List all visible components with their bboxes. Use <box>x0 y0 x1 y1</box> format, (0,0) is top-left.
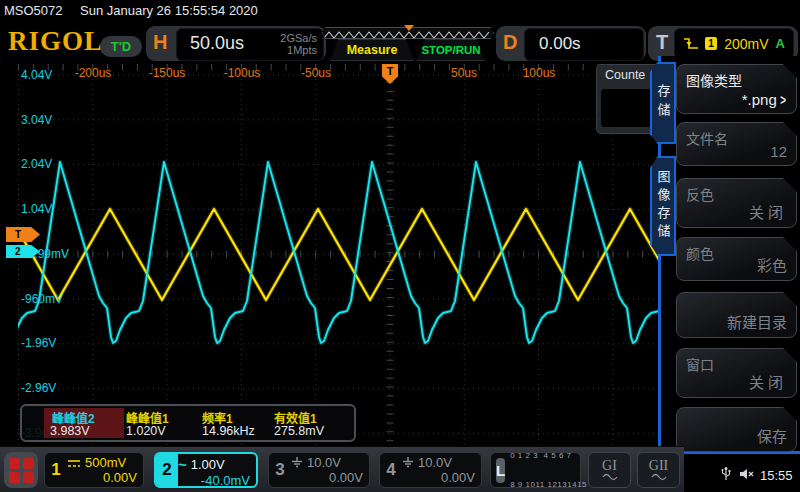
acquisition-info: 2GSa/s 1Mpts <box>280 32 317 56</box>
menu-item-value: 12 <box>770 143 787 160</box>
chevron-right-icon: > <box>780 92 786 108</box>
menu-item-value: 彩色 <box>757 254 787 275</box>
channel-bar: 1 500mV 0.00V 2 ~ 1.00V -40.0mV 3 <box>0 446 684 492</box>
delay-box[interactable]: 0.00s <box>524 28 644 61</box>
sample-rate: 2GSa/s <box>280 32 317 44</box>
volt-label: 2.04V <box>21 157 52 170</box>
oscilloscope-screen: { "statusbar": {"model": "MSO5072", "dat… <box>0 0 800 492</box>
trigger-source-badge: 1 <box>705 37 717 50</box>
la-digits-row1: 0 1 2 3 4 5 6 7 <box>510 451 587 461</box>
channel1-scale: 500mV <box>85 455 126 470</box>
gnd-coupling-icon <box>402 457 414 468</box>
dc-coupling-icon <box>67 458 81 468</box>
channel4-offset: 0.00V <box>402 470 475 485</box>
logic-analyzer-status[interactable]: L 0 1 2 3 4 5 6 7 8 9 1011 12131415 <box>490 452 581 488</box>
clock: 15:55 <box>760 468 793 483</box>
volt-label: -960mV <box>21 292 63 305</box>
menu-item-label: 颜色 <box>686 243 714 263</box>
volt-label: -1.96V <box>21 336 56 349</box>
channel1-status[interactable]: 1 500mV 0.00V <box>44 452 144 488</box>
gnd-coupling-icon <box>291 457 303 468</box>
menu-item-file-name[interactable]: 文件名 12 <box>676 122 797 166</box>
menu-item-new-folder[interactable]: 新建目录 <box>676 292 797 338</box>
menu-item-invert[interactable]: 反色 关闭 <box>676 178 797 228</box>
g2-label: GII <box>649 459 668 473</box>
menu-item-save[interactable]: 保存 <box>676 407 797 452</box>
volt-label: 4.04V <box>21 68 52 81</box>
time-label: 100us <box>523 66 556 80</box>
channel2-offset: -40.0mV <box>178 473 250 488</box>
trigger-box[interactable]: 1 200mV A <box>674 28 794 59</box>
menu-item-value: *.png> <box>742 91 787 108</box>
volt-label: 3.04V <box>21 113 52 126</box>
measurement-overlay: 峰峰值2 3.983V 峰峰值1 1.020V 频率1 14.96kHz 有效值… <box>20 404 356 442</box>
trigger-level-value: 200mV <box>724 36 768 52</box>
waveform-canvas <box>18 64 660 447</box>
speaker-muted-icon <box>739 468 755 480</box>
timebase-value: 50.0us <box>190 33 244 54</box>
channel2-status[interactable]: 2 ~ 1.00V -40.0mV <box>154 452 258 488</box>
h-label: H <box>153 31 167 54</box>
time-label: -200us <box>75 66 112 80</box>
menu-item-value: 新建目录 <box>727 311 787 332</box>
generator1-button[interactable]: GI <box>588 452 631 488</box>
channel1-offset: 0.00V <box>67 470 137 485</box>
d-label: D <box>503 31 517 54</box>
timebase-box[interactable]: 50.0us 2GSa/s 1Mpts <box>176 28 324 61</box>
usb-icon <box>720 466 732 482</box>
channel2-number: 2 <box>156 454 178 486</box>
menu-item-label: 图像类型 <box>686 70 742 90</box>
trigger-status-badge: T'D <box>100 36 142 57</box>
ac-coupling-icon: ~ <box>178 456 187 473</box>
menu-item-value: 关闭 <box>749 371 787 392</box>
volt-label: 1.04V <box>21 202 52 215</box>
delay-value: 0.00s <box>539 34 581 54</box>
stop-run-button[interactable]: STOP/RUN <box>417 39 485 61</box>
rigol-logo: RIGOL <box>8 26 103 57</box>
channel-menu-button[interactable] <box>4 452 38 488</box>
horizontal-group[interactable]: H 50.0us 2GSa/s 1Mpts <box>146 26 326 61</box>
generator2-button[interactable]: GII <box>637 452 680 488</box>
menu-item-label: 反色 <box>686 184 714 204</box>
model-name: MSO5072 <box>4 3 63 18</box>
volt-label: -2.96V <box>21 381 56 394</box>
menu-item-value: 保存 <box>757 425 787 446</box>
falling-edge-icon <box>683 37 698 50</box>
menu-items: 图像类型 *.png> 文件名 12 反色 关闭 颜色 彩色 新建目录 窗口 关… <box>658 56 800 454</box>
menu-item-color[interactable]: 颜色 彩色 <box>676 237 797 281</box>
channel4-scale: 10.0V <box>418 455 452 470</box>
t-label: T <box>656 31 668 54</box>
channel1-number: 1 <box>45 453 67 487</box>
counter-title: Counte <box>605 68 645 82</box>
menu-item-label: 窗口 <box>686 354 714 374</box>
horizontal-position-marker-icon <box>404 25 414 31</box>
sine-wave-icon <box>602 473 618 481</box>
date-time: Sun January 26 15:55:54 2020 <box>80 3 258 18</box>
measurement-value: 3.983V <box>50 424 90 438</box>
channel3-scale: 10.0V <box>307 455 341 470</box>
time-label: -50us <box>301 66 331 80</box>
channel3-offset: 0.00V <box>291 470 363 485</box>
menu-item-window[interactable]: 窗口 关闭 <box>676 348 797 398</box>
measurement-value: 275.8mV <box>274 424 324 438</box>
sine-wave-icon <box>651 473 667 481</box>
g1-label: GI <box>602 459 617 473</box>
measure-button[interactable]: Measure <box>330 39 414 61</box>
menu-item-label: 文件名 <box>686 128 728 148</box>
waveform-display[interactable]: -200us -150us -100us -50us 50us 100us 4.… <box>18 64 660 447</box>
measurement-value: 1.020V <box>126 424 166 438</box>
channel2-scale: 1.00V <box>191 457 225 472</box>
time-label: -150us <box>149 66 186 80</box>
measurement-value: 14.96kHz <box>202 424 255 438</box>
la-label: L <box>496 458 505 483</box>
delay-group[interactable]: D 0.00s <box>496 26 646 61</box>
channel3-number: 3 <box>269 453 291 487</box>
menu-item-value: 关闭 <box>749 201 787 222</box>
time-label: 50us <box>451 66 477 80</box>
channel3-status[interactable]: 3 10.0V 0.00V <box>268 452 370 488</box>
channel4-number: 4 <box>380 453 402 487</box>
status-row: MSO5072 Sun January 26 15:55:54 2020 <box>0 0 800 20</box>
trigger-sweep-mode: A <box>776 36 785 51</box>
channel4-status[interactable]: 4 10.0V 0.00V <box>379 452 482 488</box>
menu-item-image-type[interactable]: 图像类型 *.png> <box>676 64 797 114</box>
